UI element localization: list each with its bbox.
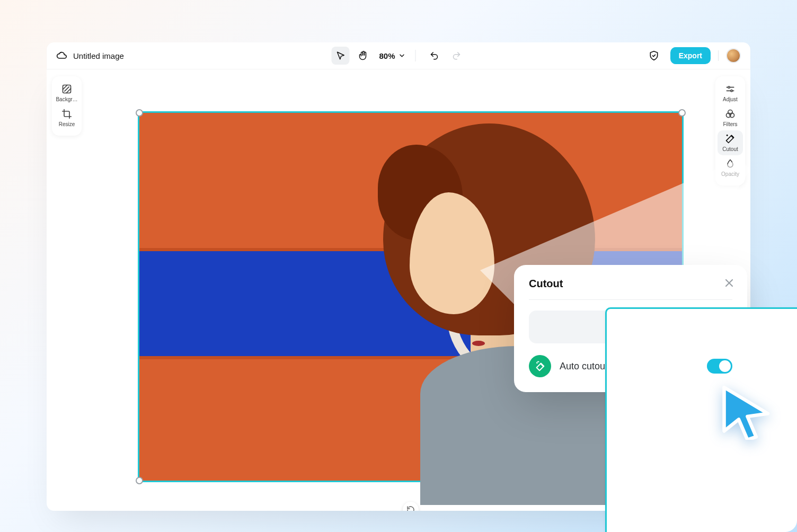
document-title[interactable]: Untitled image — [73, 51, 124, 60]
auto-cutout-badge — [529, 355, 551, 377]
right-filters-label: Filters — [723, 121, 737, 127]
selection-handle-bottom-left[interactable] — [136, 477, 143, 484]
right-cutout-label: Cutout — [722, 146, 738, 152]
left-background-tool[interactable]: Backgr… — [52, 81, 82, 105]
redo-button[interactable] — [448, 47, 466, 65]
auto-cutout-label: Auto cutout — [560, 361, 608, 372]
filters-icon — [725, 109, 736, 119]
toolbar-divider — [718, 50, 719, 61]
cutout-panel: Cutout Auto cutout — [514, 265, 747, 392]
selection-handle-top-left[interactable] — [136, 109, 143, 117]
right-opacity-label: Opacity — [721, 171, 739, 177]
crop-icon — [61, 109, 72, 119]
toolbar-center: 80% — [331, 47, 465, 65]
zoom-control[interactable]: 80% — [379, 51, 405, 60]
right-opacity-tool[interactable]: Opacity — [715, 155, 745, 180]
hand-icon — [358, 51, 367, 60]
right-cutout-tool[interactable]: Cutout — [718, 130, 743, 155]
hand-tool[interactable] — [353, 47, 371, 65]
chevron-down-icon — [398, 52, 406, 59]
export-button[interactable]: Export — [670, 47, 711, 64]
top-bar: Untitled image 80% Export — [47, 42, 750, 69]
svg-point-7 — [731, 90, 732, 92]
right-filters-tool[interactable]: Filters — [715, 105, 745, 130]
cutout-mode-segmented — [529, 311, 732, 343]
right-adjust-tool[interactable]: Adjust — [715, 81, 745, 105]
shield-check-icon — [649, 50, 659, 61]
redo-icon — [452, 51, 462, 60]
rotate-icon — [406, 506, 415, 511]
select-tool[interactable] — [331, 47, 349, 65]
close-button[interactable] — [723, 277, 736, 289]
shield-button[interactable] — [645, 47, 663, 65]
rotate-handle[interactable] — [403, 502, 419, 511]
svg-point-6 — [728, 86, 730, 88]
toolbar-divider — [415, 50, 416, 61]
left-background-label: Backgr… — [56, 96, 77, 102]
cutout-panel-title: Cutout — [529, 278, 732, 290]
panel-divider — [529, 299, 732, 300]
left-resize-tool[interactable]: Resize — [52, 105, 82, 130]
cloud-icon — [56, 50, 67, 61]
toggle-knob — [719, 360, 731, 372]
magic-wand-icon — [534, 360, 546, 372]
sliders-icon — [725, 84, 736, 94]
right-adjust-label: Adjust — [723, 96, 738, 102]
undo-icon — [430, 51, 439, 60]
undo-button[interactable] — [426, 47, 444, 65]
left-resize-label: Resize — [59, 121, 75, 127]
cursor-icon — [335, 51, 345, 60]
background-icon — [61, 84, 72, 94]
demo-cursor-icon — [715, 382, 774, 440]
toolbar-right: Export — [645, 47, 741, 65]
right-rail: Adjust Filters Cutout Opacity — [715, 76, 745, 185]
avatar[interactable] — [726, 48, 741, 63]
close-icon — [723, 277, 736, 289]
auto-cutout-toggle[interactable] — [707, 359, 732, 374]
magic-wand-icon — [725, 134, 736, 144]
left-rail: Backgr… Resize — [52, 76, 82, 136]
zoom-level: 80% — [379, 51, 395, 60]
droplet-icon — [725, 158, 736, 169]
selection-handle-top-right[interactable] — [678, 109, 686, 117]
